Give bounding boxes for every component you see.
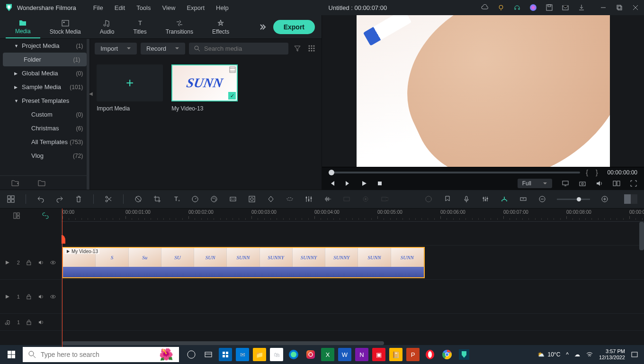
display-icon[interactable] bbox=[562, 180, 569, 187]
tab-audio[interactable]: Audio bbox=[90, 16, 124, 38]
menu-help[interactable]: Help bbox=[210, 4, 234, 11]
mute-icon[interactable] bbox=[38, 259, 45, 266]
sidebar-scrollbar[interactable] bbox=[87, 39, 89, 190]
tray-expand-icon[interactable]: ^ bbox=[566, 351, 569, 358]
crop-icon[interactable] bbox=[153, 195, 161, 203]
timeline-ruler[interactable]: 00:0000:00:01:0000:00:02:0000:00:03:0000… bbox=[62, 209, 644, 222]
compare-icon[interactable] bbox=[613, 180, 620, 187]
prev-frame-button[interactable] bbox=[329, 180, 335, 187]
track-v1[interactable] bbox=[62, 280, 644, 314]
instagram-icon[interactable] bbox=[304, 348, 317, 361]
tray-cloud-icon[interactable]: ☁ bbox=[574, 351, 580, 358]
snapshot-icon[interactable] bbox=[579, 180, 586, 187]
powerpoint-icon[interactable]: P bbox=[406, 348, 420, 361]
mail-app-icon[interactable]: ✉ bbox=[236, 348, 249, 361]
opera-icon[interactable] bbox=[423, 348, 437, 361]
folder-icon[interactable] bbox=[38, 180, 45, 186]
effects-icon[interactable] bbox=[380, 195, 389, 203]
track-header-v1[interactable]: 1 bbox=[0, 280, 61, 314]
scrub-bar[interactable] bbox=[329, 172, 580, 173]
explorer-icon[interactable]: 📁 bbox=[253, 348, 266, 361]
sidebar-sample-media[interactable]: ▶Sample Media(101) bbox=[0, 80, 89, 94]
maximize-button[interactable] bbox=[616, 4, 623, 11]
speed-icon[interactable] bbox=[191, 195, 199, 203]
taskbar-search-input[interactable] bbox=[41, 351, 154, 358]
mark-out-button[interactable]: } bbox=[594, 169, 600, 176]
app2-icon[interactable]: ▣ bbox=[372, 348, 385, 361]
export-button[interactable]: Export bbox=[273, 20, 315, 34]
mark-icon[interactable] bbox=[134, 195, 143, 203]
tab-stock-media[interactable]: Stock Media bbox=[40, 16, 90, 38]
new-folder-icon[interactable] bbox=[11, 180, 19, 186]
bulb-icon[interactable] bbox=[497, 4, 505, 11]
record-stop-button[interactable] bbox=[377, 181, 383, 186]
keyframe-icon[interactable] bbox=[267, 195, 275, 203]
save-icon[interactable] bbox=[546, 4, 553, 11]
sidebar-christmas[interactable]: Christmas(6) bbox=[0, 121, 89, 135]
fullscreen-icon[interactable] bbox=[630, 180, 637, 187]
onenote-icon[interactable]: N bbox=[355, 348, 368, 361]
edge-icon[interactable] bbox=[287, 348, 300, 361]
tray-clock[interactable]: 3:57 PM12/13/2022 bbox=[599, 348, 625, 361]
weather-widget[interactable]: ⛅10°C bbox=[537, 351, 560, 358]
mark-in-button[interactable]: { bbox=[584, 169, 590, 176]
search-media-input[interactable] bbox=[204, 45, 284, 52]
scrub-head[interactable] bbox=[329, 170, 334, 175]
redo-icon[interactable] bbox=[55, 195, 64, 203]
timeline-clip-1[interactable]: My Video-13 SSuSUSUNSUNNSUNNYSUNNYSUNNYS… bbox=[62, 247, 425, 278]
mute-icon[interactable] bbox=[38, 293, 45, 300]
zoom-slider[interactable] bbox=[557, 199, 590, 200]
notifications-icon[interactable] bbox=[631, 351, 638, 358]
track-a1[interactable] bbox=[62, 314, 644, 331]
word-icon[interactable]: W bbox=[338, 348, 351, 361]
track-header-v2[interactable]: 2 bbox=[0, 246, 61, 280]
mixer-icon[interactable] bbox=[481, 195, 490, 203]
cloud-icon[interactable] bbox=[481, 4, 489, 11]
tracks-area[interactable]: 00:0000:00:01:0000:00:02:0000:00:03:0000… bbox=[62, 209, 644, 347]
link-icon[interactable]: + bbox=[519, 195, 528, 203]
tab-titles[interactable]: TTitles bbox=[124, 16, 156, 38]
volume-icon[interactable] bbox=[596, 180, 603, 187]
stop-button[interactable] bbox=[345, 180, 351, 187]
sidebar-preset-templates[interactable]: ▼Preset Templates bbox=[0, 94, 89, 108]
filmora-taskbar-icon[interactable] bbox=[457, 348, 471, 361]
split-icon[interactable] bbox=[104, 195, 113, 203]
grid-icon[interactable] bbox=[7, 195, 15, 203]
track-v2[interactable]: My Video-13 SSuSUSUNSUNNSUNNYSUNNYSUNNYS… bbox=[62, 246, 644, 280]
menu-edit[interactable]: Edit bbox=[109, 4, 131, 11]
mask-icon[interactable] bbox=[286, 195, 294, 203]
preview-viewport[interactable] bbox=[322, 15, 644, 167]
grid-view-icon[interactable] bbox=[306, 43, 317, 54]
audio-sync-icon[interactable] bbox=[323, 195, 332, 203]
taskbar-search[interactable]: 🌺 bbox=[23, 347, 179, 362]
search-media[interactable] bbox=[189, 43, 288, 55]
profile-icon[interactable] bbox=[529, 4, 537, 11]
magnet-icon[interactable] bbox=[500, 195, 509, 203]
mic-icon[interactable] bbox=[462, 195, 471, 203]
import-dropdown[interactable]: Import bbox=[95, 43, 137, 55]
tab-effects[interactable]: Effects bbox=[203, 16, 239, 38]
taskview2-icon[interactable] bbox=[202, 348, 215, 361]
menu-file[interactable]: File bbox=[88, 4, 109, 11]
taskview-icon[interactable] bbox=[185, 348, 198, 361]
import-media-card[interactable]: + Import Media bbox=[97, 64, 163, 112]
start-button[interactable] bbox=[0, 345, 23, 364]
chrome-icon[interactable] bbox=[440, 348, 454, 361]
download-icon[interactable] bbox=[578, 4, 585, 11]
render-icon[interactable] bbox=[424, 195, 433, 203]
track-link-icon[interactable] bbox=[42, 212, 48, 218]
menu-view[interactable]: View bbox=[156, 4, 181, 11]
preview-mode-toggle[interactable] bbox=[624, 194, 637, 204]
menu-tools[interactable]: Tools bbox=[131, 4, 156, 11]
mail-icon[interactable] bbox=[562, 4, 569, 11]
track-header-a1[interactable]: 1 bbox=[0, 314, 61, 331]
tray-wifi-icon[interactable] bbox=[586, 351, 593, 358]
playhead[interactable] bbox=[62, 209, 63, 347]
zoom-slider-head[interactable] bbox=[577, 197, 581, 201]
panel-collapse-icon[interactable]: ◀ bbox=[89, 91, 94, 100]
minimize-button[interactable] bbox=[599, 4, 607, 11]
excel-icon[interactable]: X bbox=[321, 348, 334, 361]
detach-audio-icon[interactable] bbox=[342, 195, 351, 203]
sidebar-custom[interactable]: Custom(0) bbox=[0, 108, 89, 121]
play-button[interactable] bbox=[361, 180, 367, 187]
